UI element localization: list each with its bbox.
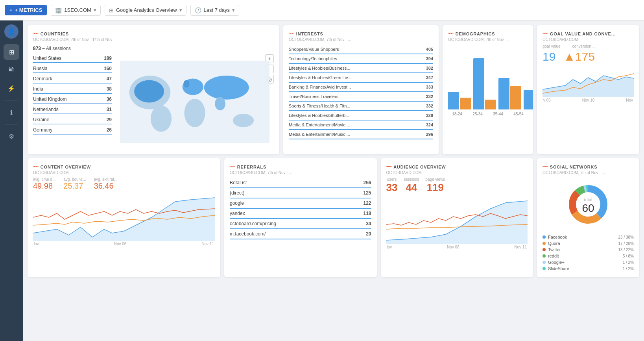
avg-bounce-value: 25.37 <box>63 182 86 191</box>
audience-pageviews: page views 119 <box>425 177 445 194</box>
audience-x-labels: lov Nov 06 Nov 11 <box>386 245 528 249</box>
goal-card: 〰 GOAL VALUE AND CONVE... OCTOBOARD.COM … <box>537 25 639 154</box>
dashboard-label: Google Analytics Overview <box>116 7 177 13</box>
social-legend: Facebook 23 / 38% Quora 17 / 28% Twitter… <box>543 234 634 272</box>
quora-dot <box>543 242 546 245</box>
bar-group-35-44 <box>498 78 521 109</box>
sidebar-item-settings[interactable]: ⚙ <box>4 128 19 144</box>
referrals-title: 〰 REFERRALS <box>230 164 371 170</box>
main-content: 〰 COUNTRIES OCTOBOARD.COM, 7th of Nov - … <box>23 20 644 341</box>
content-metric-1: avg. time o... 49.98 <box>33 177 55 191</box>
timerange-dropdown[interactable]: 🕐 Last 7 days ▾ <box>190 5 240 16</box>
countries-title: 〰 COUNTRIES <box>33 31 274 37</box>
countries-layout: United States 189 Russia 160 Denmark 47 <box>33 54 274 149</box>
svg-point-4 <box>184 98 205 127</box>
content-metrics: avg. time o... 49.98 avg. bounc... 25.37… <box>33 177 215 191</box>
table-row: United States 189 <box>33 54 112 63</box>
social-total-label: total <box>582 197 594 202</box>
sidebar-item-dashboard[interactable]: ⊞ <box>4 44 19 60</box>
goal-title: 〰 GOAL VALUE AND CONVE... <box>543 31 634 37</box>
list-item: BetaList 256 <box>230 178 371 188</box>
audience-chart <box>386 197 528 244</box>
demographics-title: 〰 DEMOGRAPHICS <box>448 31 528 37</box>
legend-quora: Quora 17 / 28% <box>543 240 634 246</box>
sidebar-item-bank[interactable]: 🏛 <box>4 62 19 78</box>
list-item: Sports & Fitness/Health & Fitn... 332 <box>289 102 433 111</box>
table-row: Denmark 47 <box>33 75 112 83</box>
table-row: Russia 160 <box>33 65 112 73</box>
donut-center: total 60 <box>582 194 594 215</box>
list-item: Shoppers/Value Shoppers 405 <box>289 45 433 54</box>
list-item: Travel/Business Travelers 332 <box>289 92 433 102</box>
conversion-value: ▲175 <box>563 50 595 63</box>
list-item: octoboard.com/pricing 34 <box>230 219 371 229</box>
bar-25-34-blue <box>473 58 484 109</box>
list-item: (direct) 125 <box>230 188 371 198</box>
content-area <box>33 198 215 241</box>
countries-sessions: 873 – All sessions <box>33 46 274 51</box>
legend-facebook: Facebook 23 / 38% <box>543 234 634 240</box>
audience-subtitle: OCTOBOARD.COM <box>386 170 528 175</box>
referrals-list: BetaList 256 (direct) 125 google 122 yan… <box>230 178 371 239</box>
interests-subtitle: OCTOBOARD.COM, 7th of Nov - ... <box>289 37 433 42</box>
clock-icon: 🕐 <box>195 7 201 13</box>
dashboard-dropdown[interactable]: ⊞ Google Analytics Overview ▾ <box>105 5 186 16</box>
audience-icon: 〰 <box>386 164 392 170</box>
avg-time-value: 49.98 <box>33 182 55 191</box>
audience-users: users 33 <box>386 177 398 194</box>
countries-card: 〰 COUNTRIES OCTOBOARD.COM, 7th of Nov - … <box>28 25 279 154</box>
demographics-icon: 〰 <box>448 31 454 37</box>
add-metrics-label: + METRICS <box>15 7 42 13</box>
social-icon: 〰 <box>543 164 548 170</box>
countries-list: United States 189 Russia 160 Denmark 47 <box>33 54 112 149</box>
content-card: 〰 CONTENT OVERVIEW OCTOBOARD.COM avg. ti… <box>28 158 220 277</box>
interests-icon: 〰 <box>289 31 294 37</box>
bar-group-18-24 <box>448 92 471 109</box>
svg-point-9 <box>184 80 190 87</box>
social-subtitle: OCTOBOARD.COM, 7th of Nov - ... <box>543 170 634 175</box>
world-map: + − ◎ <box>116 54 274 149</box>
chevron-down-icon: ▾ <box>94 7 96 13</box>
avg-exit-value: 36.46 <box>94 182 118 191</box>
referrals-icon: 〰 <box>230 164 235 170</box>
sidebar-item-lightning[interactable]: ⚡ <box>4 80 19 96</box>
map-svg <box>120 61 269 143</box>
demographics-card: 〰 DEMOGRAPHICS OCTOBOARD.COM, 7th of Nov… <box>443 25 533 154</box>
chevron-down-icon-2: ▾ <box>179 7 182 13</box>
list-item: google 122 <box>230 198 371 209</box>
bar-35-44-blue <box>498 78 509 109</box>
list-item: Lifestyles & Hobbies/Green Liv... 347 <box>289 73 433 83</box>
facebook-dot <box>543 235 546 239</box>
countries-icon: 〰 <box>33 31 39 37</box>
site-dropdown[interactable]: 🏢 1SEO.COM ▾ <box>51 5 101 16</box>
bar-25-34-orange <box>485 100 496 109</box>
bar-group-25-34 <box>473 58 496 109</box>
content-icon: 〰 <box>33 164 39 170</box>
content-chart <box>33 194 215 241</box>
list-item: Lifestyles & Hobbies/Business... 382 <box>289 64 433 73</box>
svg-point-7 <box>233 113 254 127</box>
svg-point-8 <box>134 80 164 102</box>
legend-reddit: reddit 5 / 8% <box>543 253 634 259</box>
conversion-label: conversion ... <box>572 44 596 48</box>
sidebar-item-info[interactable]: ℹ <box>4 104 19 120</box>
audience-sessions: sessions 44 <box>404 177 419 194</box>
goal-value: 19 <box>543 50 555 63</box>
plus-icon: + <box>9 7 13 13</box>
interests-title: 〰 INTERESTS <box>289 31 433 37</box>
legend-googleplus: Google+ 1 / 2% <box>543 259 634 265</box>
slideshare-dot <box>543 267 546 270</box>
list-item: Technology/Technophiles 394 <box>289 54 433 64</box>
avatar[interactable]: 👤 <box>4 24 18 39</box>
goal-values: 19 ▲175 <box>543 50 634 63</box>
social-card: 〰 SOCIAL NETWORKS OCTOBOARD.COM, 7th of … <box>537 158 639 277</box>
row-2: 〰 CONTENT OVERVIEW OCTOBOARD.COM avg. ti… <box>28 158 639 277</box>
svg-point-2 <box>151 106 172 132</box>
bar-18-24-blue <box>448 92 459 109</box>
sidebar: 👤 ⊞ 🏛 ⚡ ℹ ⚙ <box>0 20 23 341</box>
googleplus-dot <box>543 261 546 264</box>
add-metrics-button[interactable]: + + METRICS <box>5 5 47 15</box>
site-icon: 🏢 <box>55 7 62 13</box>
row-1: 〰 COUNTRIES OCTOBOARD.COM, 7th of Nov - … <box>28 25 639 154</box>
goal-value-label: goal value <box>543 44 561 48</box>
